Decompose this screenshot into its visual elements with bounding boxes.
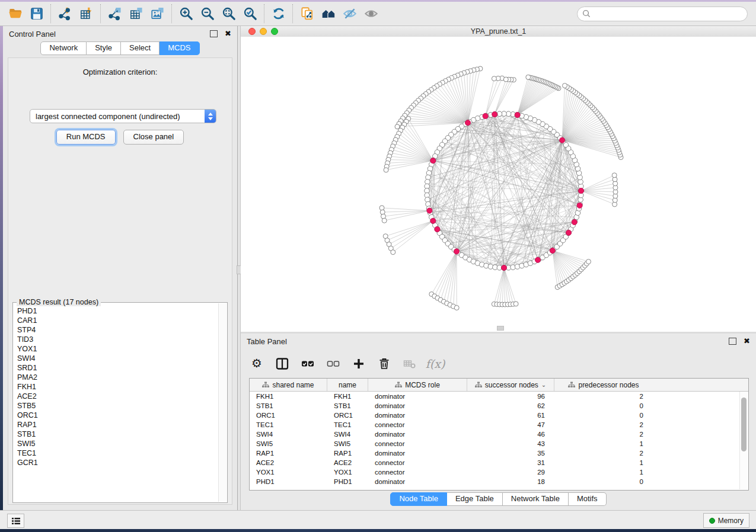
table-row[interactable]: STB1STB1dominator620 [250, 401, 748, 411]
mcds-result-item[interactable]: ORC1 [17, 411, 219, 420]
zoom-selected-button[interactable] [240, 4, 261, 24]
delete-table-icon [403, 357, 417, 371]
mcds-result-list[interactable]: PHD1CAR1STP4TID3YOX1SWI4SRD1PMA2FKH1ACE2… [14, 306, 219, 502]
delete-row-button[interactable] [377, 356, 392, 371]
mcds-result-item[interactable]: CAR1 [17, 316, 219, 325]
float-panel-icon[interactable] [210, 30, 218, 37]
main-toolbar [0, 2, 756, 26]
tab-network-table[interactable]: Network Table [503, 492, 569, 506]
table-row[interactable]: YOX1YOX1connector291 [250, 467, 748, 477]
table-cell: ACE2 [250, 459, 327, 466]
table-cell: STB1 [327, 402, 368, 409]
column-header-name[interactable]: name [327, 379, 368, 391]
mcds-result-item[interactable]: GCR1 [17, 458, 219, 467]
refresh-button[interactable] [268, 4, 289, 24]
run-mcds-button[interactable]: Run MCDS [56, 130, 116, 145]
zoom-fit-button[interactable] [218, 4, 240, 24]
optimization-criterion-select[interactable]: largest connected component (undirected) [30, 109, 216, 123]
add-row-button[interactable] [351, 356, 366, 371]
first-neighbors-button[interactable] [318, 4, 339, 24]
table-row[interactable]: PHD1PHD1dominator180 [250, 477, 748, 486]
show-columns-button[interactable] [275, 356, 290, 371]
export-network-button[interactable] [104, 4, 126, 24]
table-row[interactable]: SWI4SWI4dominator462 [250, 430, 748, 439]
mcds-result-item[interactable]: TID3 [17, 335, 219, 344]
tab-style[interactable]: Style [87, 41, 121, 55]
deselect-all-button[interactable] [326, 356, 341, 371]
mcds-result-title: MCDS result (17 nodes) [17, 298, 101, 306]
mcds-result-item[interactable]: TEC1 [17, 448, 219, 458]
table-cell: 96 [467, 393, 554, 400]
memory-button[interactable]: Memory [703, 513, 749, 528]
tab-edge-table[interactable]: Edge Table [447, 492, 503, 506]
open-file-button[interactable] [5, 4, 26, 24]
tab-select[interactable]: Select [121, 41, 160, 55]
mcds-result-item[interactable]: ACE2 [17, 392, 219, 401]
mcds-result-item[interactable]: STP4 [17, 325, 219, 335]
table-cell: STB1 [250, 402, 327, 409]
tab-network[interactable]: Network [40, 41, 87, 55]
tab-node-table[interactable]: Node Table [390, 492, 447, 506]
network-titlebar[interactable]: YPA_prune.txt_1 [241, 26, 756, 37]
table-row[interactable]: FKH1FKH1dominator962 [250, 392, 748, 401]
export-table-button[interactable] [126, 4, 147, 24]
horizontal-splitter-handle[interactable] [497, 326, 504, 331]
table-cell: dominator [368, 393, 467, 400]
table-row[interactable]: RAP1RAP1dominator352 [250, 448, 748, 458]
mcds-panel: Optimization criterion: largest connecte… [8, 57, 232, 505]
duplicate-network-button[interactable] [296, 4, 318, 24]
search-box[interactable] [577, 7, 748, 21]
table-cell: 0 [554, 402, 653, 409]
import-table-button[interactable] [76, 4, 97, 24]
mcds-result-item[interactable]: STB5 [17, 401, 219, 411]
mcds-result-item[interactable]: SRD1 [17, 363, 219, 373]
close-panel-button[interactable]: Close panel [123, 130, 184, 145]
close-panel-icon[interactable]: ✖ [225, 31, 231, 37]
table-row[interactable]: TEC1TEC1connector472 [250, 420, 748, 430]
import-network-button[interactable] [55, 4, 76, 24]
mcds-result-item[interactable]: YOX1 [17, 344, 219, 354]
close-table-panel-icon[interactable]: ✖ [744, 338, 750, 344]
import-table-icon [79, 6, 94, 21]
export-image-button[interactable] [147, 4, 168, 24]
table-cell: RAP1 [327, 450, 368, 457]
hide-selected-button[interactable] [339, 4, 361, 24]
table-row[interactable]: ORC1ORC1dominator610 [250, 411, 748, 420]
search-icon [582, 9, 591, 18]
select-all-button[interactable] [300, 356, 315, 371]
table-row[interactable]: SWI5SWI5connector431 [250, 439, 748, 448]
task-history-button[interactable] [7, 514, 24, 528]
column-header-shared-name[interactable]: shared name [250, 379, 327, 391]
save-session-button[interactable] [26, 4, 47, 24]
network-canvas[interactable] [241, 37, 756, 332]
mcds-result-item[interactable]: SWI5 [17, 439, 219, 448]
zoom-in-button[interactable] [176, 4, 197, 24]
float-table-panel-icon[interactable] [729, 338, 736, 345]
table-scrollbar-thumb[interactable] [741, 398, 747, 451]
tab-motifs[interactable]: Motifs [569, 492, 607, 506]
tab-mcds[interactable]: MCDS [160, 41, 199, 55]
column-header-label: successor nodes [485, 381, 538, 389]
select-stepper-icon [205, 110, 216, 123]
mcds-result-item[interactable]: PMA2 [17, 373, 219, 382]
show-all-button[interactable] [361, 4, 382, 24]
column-header-successor-nodes[interactable]: successor nodes⌄ [467, 379, 554, 391]
table-row[interactable]: ACE2ACE2connector311 [250, 458, 748, 467]
mcds-result-item[interactable]: PHD1 [17, 306, 219, 316]
mcds-list-scrollbar[interactable] [218, 303, 227, 502]
shared-column-icon [475, 382, 482, 388]
shared-column-icon [262, 382, 269, 388]
search-input[interactable] [591, 9, 742, 18]
table-cell: 1 [554, 469, 653, 476]
column-header-mcds-role[interactable]: MCDS role [368, 379, 467, 391]
mcds-result-item[interactable]: SWI4 [17, 354, 219, 363]
network-graph[interactable] [241, 37, 756, 332]
mcds-result-item[interactable]: STB1 [17, 430, 219, 439]
column-header-predecessor-nodes[interactable]: predecessor nodes [554, 379, 653, 391]
table-cell: 0 [554, 478, 653, 485]
table-scrollbar[interactable] [739, 392, 748, 489]
attribute-settings-button[interactable]: ⚙ [249, 356, 264, 371]
mcds-result-item[interactable]: RAP1 [17, 420, 219, 430]
zoom-out-button[interactable] [197, 4, 218, 24]
mcds-result-item[interactable]: FKH1 [17, 382, 219, 392]
